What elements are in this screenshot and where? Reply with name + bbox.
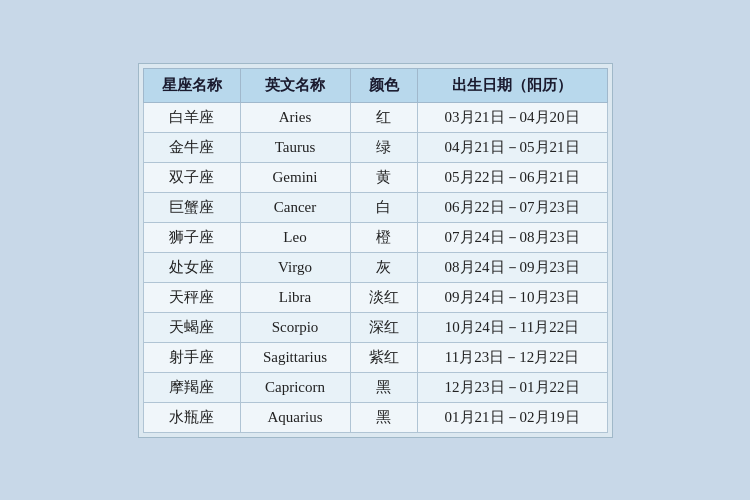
- cell-color: 白: [350, 192, 417, 222]
- cell-chinese: 金牛座: [143, 132, 240, 162]
- cell-chinese: 处女座: [143, 252, 240, 282]
- header-date: 出生日期（阳历）: [417, 68, 607, 102]
- table-row: 摩羯座Capricorn黑12月23日－01月22日: [143, 372, 607, 402]
- cell-english: Aquarius: [240, 402, 350, 432]
- cell-english: Virgo: [240, 252, 350, 282]
- cell-english: Scorpio: [240, 312, 350, 342]
- cell-color: 黄: [350, 162, 417, 192]
- table-row: 射手座Sagittarius紫红11月23日－12月22日: [143, 342, 607, 372]
- cell-chinese: 天秤座: [143, 282, 240, 312]
- table-header-row: 星座名称 英文名称 颜色 出生日期（阳历）: [143, 68, 607, 102]
- cell-english: Libra: [240, 282, 350, 312]
- cell-date: 03月21日－04月20日: [417, 102, 607, 132]
- header-chinese: 星座名称: [143, 68, 240, 102]
- cell-date: 01月21日－02月19日: [417, 402, 607, 432]
- cell-color: 深红: [350, 312, 417, 342]
- cell-chinese: 摩羯座: [143, 372, 240, 402]
- cell-english: Aries: [240, 102, 350, 132]
- table-row: 白羊座Aries红03月21日－04月20日: [143, 102, 607, 132]
- cell-date: 12月23日－01月22日: [417, 372, 607, 402]
- cell-date: 11月23日－12月22日: [417, 342, 607, 372]
- cell-date: 04月21日－05月21日: [417, 132, 607, 162]
- cell-date: 07月24日－08月23日: [417, 222, 607, 252]
- cell-english: Sagittarius: [240, 342, 350, 372]
- table-row: 天秤座Libra淡红09月24日－10月23日: [143, 282, 607, 312]
- table-row: 处女座Virgo灰08月24日－09月23日: [143, 252, 607, 282]
- cell-color: 黑: [350, 402, 417, 432]
- table-body: 白羊座Aries红03月21日－04月20日金牛座Taurus绿04月21日－0…: [143, 102, 607, 432]
- table-row: 水瓶座Aquarius黑01月21日－02月19日: [143, 402, 607, 432]
- cell-date: 09月24日－10月23日: [417, 282, 607, 312]
- table-row: 巨蟹座Cancer白06月22日－07月23日: [143, 192, 607, 222]
- zodiac-table: 星座名称 英文名称 颜色 出生日期（阳历） 白羊座Aries红03月21日－04…: [143, 68, 608, 433]
- cell-date: 10月24日－11月22日: [417, 312, 607, 342]
- cell-color: 黑: [350, 372, 417, 402]
- table-row: 狮子座Leo橙07月24日－08月23日: [143, 222, 607, 252]
- cell-chinese: 巨蟹座: [143, 192, 240, 222]
- cell-date: 08月24日－09月23日: [417, 252, 607, 282]
- cell-chinese: 水瓶座: [143, 402, 240, 432]
- cell-date: 06月22日－07月23日: [417, 192, 607, 222]
- header-english: 英文名称: [240, 68, 350, 102]
- table-row: 金牛座Taurus绿04月21日－05月21日: [143, 132, 607, 162]
- cell-chinese: 双子座: [143, 162, 240, 192]
- cell-color: 绿: [350, 132, 417, 162]
- cell-color: 橙: [350, 222, 417, 252]
- cell-english: Capricorn: [240, 372, 350, 402]
- cell-english: Taurus: [240, 132, 350, 162]
- cell-chinese: 狮子座: [143, 222, 240, 252]
- cell-english: Gemini: [240, 162, 350, 192]
- cell-chinese: 白羊座: [143, 102, 240, 132]
- cell-english: Cancer: [240, 192, 350, 222]
- table-row: 天蝎座Scorpio深红10月24日－11月22日: [143, 312, 607, 342]
- zodiac-table-container: 星座名称 英文名称 颜色 出生日期（阳历） 白羊座Aries红03月21日－04…: [138, 63, 613, 438]
- table-row: 双子座Gemini黄05月22日－06月21日: [143, 162, 607, 192]
- cell-chinese: 射手座: [143, 342, 240, 372]
- cell-english: Leo: [240, 222, 350, 252]
- cell-chinese: 天蝎座: [143, 312, 240, 342]
- cell-color: 红: [350, 102, 417, 132]
- cell-color: 淡红: [350, 282, 417, 312]
- header-color: 颜色: [350, 68, 417, 102]
- cell-color: 灰: [350, 252, 417, 282]
- cell-color: 紫红: [350, 342, 417, 372]
- cell-date: 05月22日－06月21日: [417, 162, 607, 192]
